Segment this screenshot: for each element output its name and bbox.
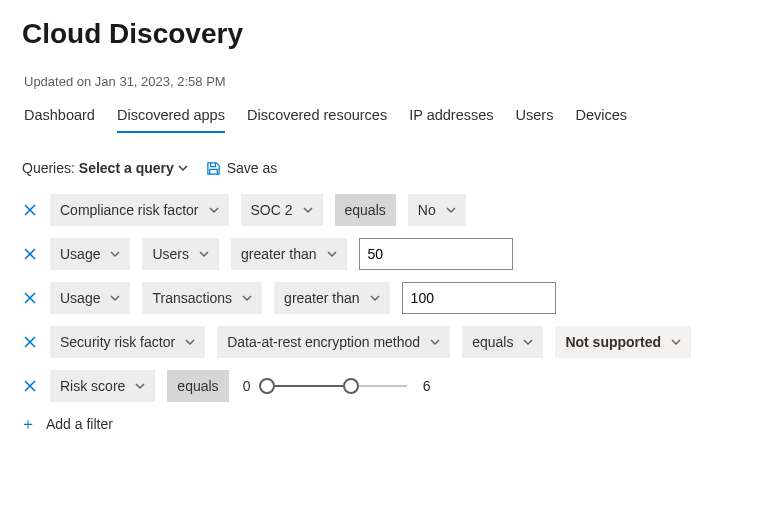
chevron-down-icon [327,249,337,259]
chevron-down-icon [523,337,533,347]
filter-subfield-dropdown[interactable]: Transactions [142,282,262,314]
filter-operator-dropdown[interactable]: greater than [274,282,390,314]
chevron-down-icon [242,293,252,303]
chevron-down-icon [110,293,120,303]
tab-discovered-apps[interactable]: Discovered apps [117,103,225,133]
add-filter-label: Add a filter [46,416,113,432]
chevron-down-icon [446,205,456,215]
filter-row: Compliance risk factorSOC 2equalsNo [22,194,748,226]
tab-discovered-resources[interactable]: Discovered resources [247,103,387,133]
chevron-down-icon [430,337,440,347]
queries-row: Queries: Select a query Save as [20,160,748,176]
plus-icon: ＋ [20,416,36,432]
filter-operator-dropdown[interactable]: equals [335,194,396,226]
close-icon [24,380,36,392]
chevron-down-icon [135,381,145,391]
filter-field-dropdown[interactable]: Security risk factor [50,326,205,358]
queries-label: Queries: [22,160,75,176]
range-slider[interactable] [267,376,407,396]
filter-subfield-dropdown[interactable]: Data-at-rest encryption method [217,326,450,358]
page-title: Cloud Discovery [22,18,748,50]
close-icon [24,204,36,216]
save-as-label: Save as [227,160,278,176]
chevron-down-icon [199,249,209,259]
filter-row: UsageTransactionsgreater than [22,282,748,314]
filter-field-dropdown[interactable]: Usage [50,282,130,314]
filter-operator-dropdown[interactable]: equals [462,326,543,358]
chevron-down-icon [110,249,120,259]
range-high-value: 6 [421,378,433,394]
filter-operator-dropdown[interactable]: equals [167,370,228,402]
range-low-handle[interactable] [259,378,275,394]
range-low-value: 0 [241,378,253,394]
filter-operator-dropdown[interactable]: greater than [231,238,347,270]
close-icon [24,292,36,304]
range-high-handle[interactable] [343,378,359,394]
tabs-bar: DashboardDiscovered appsDiscovered resou… [20,103,748,134]
remove-filter-button[interactable] [22,290,38,306]
filter-value-input[interactable] [359,238,513,270]
chevron-down-icon [303,205,313,215]
tab-dashboard[interactable]: Dashboard [24,103,95,133]
remove-filter-button[interactable] [22,202,38,218]
filter-row: Security risk factorData-at-rest encrypt… [22,326,748,358]
query-select-label: Select a query [79,160,174,176]
filter-field-dropdown[interactable]: Compliance risk factor [50,194,229,226]
filter-row: Risk scoreequals06 [22,370,748,402]
chevron-down-icon [178,163,188,173]
filter-field-dropdown[interactable]: Usage [50,238,130,270]
query-select-dropdown[interactable]: Select a query [79,160,188,176]
chevron-down-icon [671,337,681,347]
filters-list: Compliance risk factorSOC 2equalsNoUsage… [20,194,748,402]
add-filter-button[interactable]: ＋ Add a filter [20,416,113,432]
chevron-down-icon [185,337,195,347]
chevron-down-icon [209,205,219,215]
remove-filter-button[interactable] [22,334,38,350]
chevron-down-icon [370,293,380,303]
updated-timestamp: Updated on Jan 31, 2023, 2:58 PM [24,74,748,89]
filter-value-input[interactable] [402,282,556,314]
save-icon [206,161,221,176]
save-as-button[interactable]: Save as [206,160,278,176]
remove-filter-button[interactable] [22,378,38,394]
filter-field-dropdown[interactable]: Risk score [50,370,155,402]
filter-row: UsageUsersgreater than [22,238,748,270]
filter-subfield-dropdown[interactable]: Users [142,238,219,270]
filter-value-dropdown[interactable]: No [408,194,466,226]
tab-devices[interactable]: Devices [575,103,627,133]
tab-users[interactable]: Users [516,103,554,133]
filter-subfield-dropdown[interactable]: SOC 2 [241,194,323,226]
close-icon [24,248,36,260]
close-icon [24,336,36,348]
filter-value-dropdown[interactable]: Not supported [555,326,691,358]
tab-ip-addresses[interactable]: IP addresses [409,103,493,133]
filter-range: 06 [241,376,433,396]
remove-filter-button[interactable] [22,246,38,262]
